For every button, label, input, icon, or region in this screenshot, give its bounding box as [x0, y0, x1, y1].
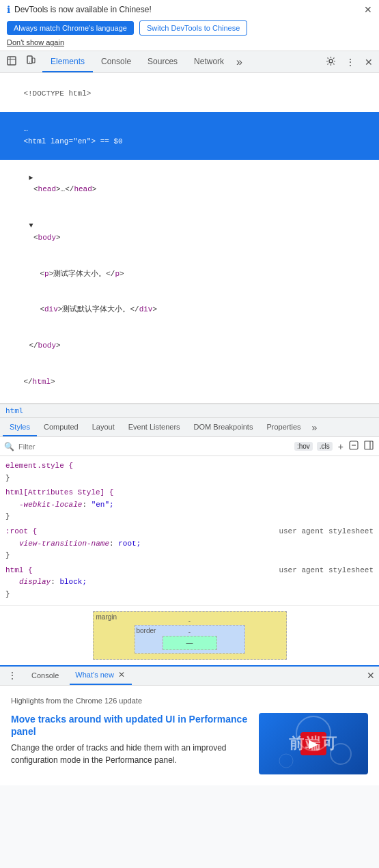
css-rule-close: }: [5, 473, 374, 485]
dont-show-button[interactable]: Don't show again: [7, 38, 64, 46]
close-devtools-button[interactable]: ✕: [361, 55, 376, 70]
whats-new-tab-label: What's new: [75, 671, 114, 679]
html-div-line[interactable]: <div>测试默认字体大小。</div>: [0, 292, 379, 328]
tab-event-listeners[interactable]: Event Listeners: [122, 418, 187, 436]
more-tabs-button[interactable]: »: [232, 56, 247, 68]
settings-button[interactable]: [322, 54, 339, 70]
tab-elements[interactable]: Elements: [42, 51, 93, 72]
match-language-button[interactable]: Always match Chrome's language: [7, 21, 134, 35]
html-body-close-line[interactable]: </body>: [0, 328, 379, 364]
css-rule-html-attr: html[Attributes Style] { -webkit-locale:…: [0, 486, 379, 524]
notification-buttons: Always match Chrome's language Switch De…: [7, 20, 372, 36]
tab-sources[interactable]: Sources: [139, 51, 186, 72]
tab-styles[interactable]: Styles: [3, 418, 37, 436]
styles-tab-bar: Styles Computed Layout Event Listeners D…: [0, 418, 379, 437]
filter-icon: 🔍: [4, 442, 14, 451]
div-content: <div>测试默认字体大小。</div>: [40, 305, 157, 313]
toggle-sidebar-button[interactable]: [363, 439, 375, 453]
html-tag-open: …: [23, 125, 28, 133]
console-tab-label: Console: [31, 671, 59, 680]
html-selected-content: <html lang="en"> == $0: [23, 137, 122, 145]
inspect-icon: [6, 55, 17, 66]
bottom-panel-toolbar: ⋮ Console What's new ✕ ✕: [0, 667, 379, 686]
element-state-icon: [349, 440, 359, 450]
css-attr-selector[interactable]: html[Attributes Style] {: [5, 487, 374, 499]
bottom-panel: ⋮ Console What's new ✕ ✕ Highlights from…: [0, 665, 379, 785]
doctype-text: <!DOCTYPE html>: [23, 89, 91, 98]
p-content: <p>测试字体大小。</p>: [40, 270, 124, 278]
notification-close-button[interactable]: ✕: [364, 4, 372, 15]
margin-val: -: [188, 617, 191, 625]
notification-text: DevTools is now available in Chinese!: [14, 5, 152, 14]
css-rule-html: html { user agent stylesheet display: bl…: [0, 563, 379, 602]
html-p-line[interactable]: <p>测试字体大小。</p>: [0, 256, 379, 292]
whats-new-description: Change the order of tracks and hide them…: [11, 742, 251, 766]
device-toggle-button[interactable]: [22, 53, 40, 70]
breadcrumb-label[interactable]: html: [5, 406, 24, 415]
filter-input[interactable]: [18, 443, 290, 451]
whats-new-item: Move tracks around with updated UI in Pe…: [11, 713, 368, 774]
border-val: -: [188, 628, 191, 636]
close-bottom-panel-button[interactable]: ✕: [367, 670, 375, 681]
whats-new-content: Highlights from the Chrome 126 update Mo…: [0, 686, 379, 785]
border-label: border: [137, 627, 156, 634]
notification-bar: ℹ DevTools is now available in Chinese! …: [0, 0, 379, 51]
toolbar-left: [3, 53, 40, 70]
tab-bar: Elements Console Sources Network »: [42, 51, 322, 72]
bottom-panel-menu-button[interactable]: ⋮: [4, 668, 20, 683]
switch-devtools-button[interactable]: Switch DevTools to Chinese: [139, 20, 247, 36]
devtools-toolbar: Elements Console Sources Network » ⋮ ✕: [0, 51, 379, 73]
tab-computed[interactable]: Computed: [37, 418, 85, 436]
html-root-close-line[interactable]: </html>: [0, 364, 379, 400]
element-state-button[interactable]: [348, 439, 360, 453]
info-icon: ℹ: [7, 4, 10, 15]
inspect-element-button[interactable]: [3, 53, 20, 70]
whats-new-tab[interactable]: What's new ✕: [70, 667, 132, 685]
box-model: margin - border - —: [5, 611, 374, 660]
close-whats-new-tab-button[interactable]: ✕: [117, 670, 126, 680]
more-options-button[interactable]: ⋮: [342, 55, 359, 70]
svg-point-6: [329, 59, 333, 63]
whats-new-header: Highlights from the Chrome 126 update: [11, 697, 368, 705]
css-root-selector-line[interactable]: :root { user agent stylesheet: [5, 526, 374, 538]
css-rule-selector[interactable]: element.style {: [5, 460, 374, 473]
css-rule-root: :root { user agent stylesheet view-trans…: [0, 524, 379, 563]
svg-rect-4: [32, 58, 35, 63]
svg-rect-0: [8, 57, 16, 65]
css-panel: element.style { } html[Attributes Style]…: [0, 456, 379, 605]
hov-filter-tag[interactable]: :hov: [294, 442, 313, 451]
sidebar-icon: [364, 440, 374, 450]
expand-head-triangle[interactable]: ▶: [29, 174, 33, 182]
tab-console[interactable]: Console: [93, 51, 139, 72]
body-open-content: <body>: [29, 234, 60, 242]
cls-filter-tag[interactable]: .cls: [317, 442, 333, 451]
tab-properties[interactable]: Properties: [259, 418, 307, 436]
console-bottom-tab[interactable]: Console: [26, 667, 64, 685]
add-style-rule-button[interactable]: +: [337, 440, 345, 453]
whats-new-thumbnail[interactable]: 前端可 ▶: [259, 713, 368, 774]
css-attr-body: -webkit-locale: "en";: [5, 499, 374, 512]
tab-dom-breakpoints[interactable]: DOM Breakpoints: [187, 418, 260, 436]
whats-new-title[interactable]: Move tracks around with updated UI in Pe…: [11, 713, 251, 738]
html-close-content: </html>: [23, 378, 55, 386]
device-icon: [25, 55, 36, 66]
more-style-tabs-button[interactable]: »: [308, 422, 322, 433]
whats-new-text: Move tracks around with updated UI in Pe…: [11, 713, 251, 766]
filter-input-wrap: [18, 443, 290, 451]
svg-rect-9: [365, 441, 373, 449]
body-close-content: </body>: [29, 341, 60, 350]
padding-box: —: [163, 636, 217, 650]
notification-title: ℹ DevTools is now available in Chinese! …: [7, 4, 372, 15]
css-html-close: }: [5, 589, 374, 601]
html-root-line[interactable]: … <html lang="en"> == $0: [0, 112, 379, 160]
css-html-selector-line[interactable]: html { user agent stylesheet: [5, 565, 374, 577]
margin-label: margin: [96, 613, 117, 621]
margin-box: margin - border - —: [93, 611, 287, 660]
html-doctype-line[interactable]: <!DOCTYPE html>: [0, 76, 379, 112]
tab-network[interactable]: Network: [186, 51, 232, 72]
html-body-open-line[interactable]: ▼ <body>: [0, 208, 379, 256]
collapse-body-triangle[interactable]: ▼: [29, 222, 33, 229]
css-html-body: display: block;: [5, 576, 374, 589]
tab-layout[interactable]: Layout: [85, 418, 122, 436]
html-head-line[interactable]: ▶ <head>…</head>: [0, 160, 379, 208]
